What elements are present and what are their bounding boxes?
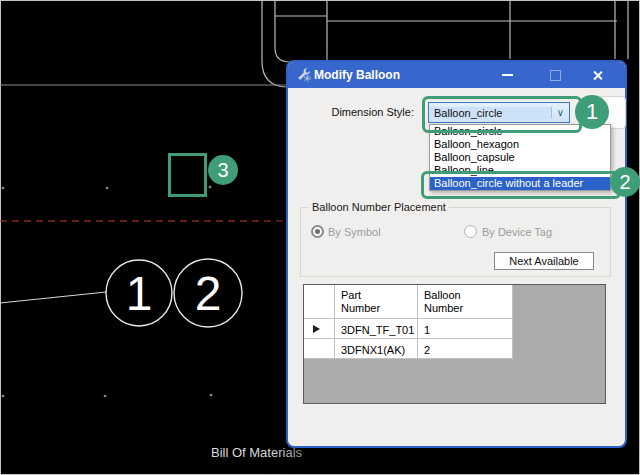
bom-table: Part NumberBalloon Number3DFN_TF_T0113DF… (303, 284, 606, 404)
balloon-number-cell[interactable]: 2 (418, 339, 513, 359)
close-button[interactable] (588, 62, 606, 88)
annotation-box-step2 (421, 171, 621, 199)
balloon-1-number: 1 (126, 267, 153, 320)
bill-of-materials-label: Bill Of Materials (211, 445, 302, 460)
by-symbol-radio[interactable] (311, 225, 324, 238)
table-row[interactable]: 3DFN_TF_T011 (304, 319, 605, 339)
by-device-tag-radio[interactable] (464, 225, 477, 238)
annotation-badge-2: 2 (610, 167, 640, 197)
screenshot-root: 1 2 Bill Of Materials Modify Balloon Dim… (0, 0, 640, 475)
table-corner-cell (304, 285, 335, 319)
annotation-badge-3: 3 (208, 155, 238, 185)
balloon-number-placement-group: Balloon Number Placement By Symbol By De… (300, 207, 611, 277)
balloon-number-cell[interactable]: 1 (418, 319, 513, 339)
dropdown-item[interactable]: Balloon_capsule (430, 151, 610, 164)
dropdown-item[interactable]: Balloon_hexagon (430, 138, 610, 151)
balloon-2-number: 2 (195, 267, 222, 320)
dialog-titlebar[interactable]: Modify Balloon (288, 62, 625, 88)
table-column-header[interactable]: Balloon Number (418, 285, 513, 319)
row-selector-cell[interactable] (304, 339, 335, 359)
part-number-cell[interactable]: 3DFNX1(AK) (335, 339, 418, 359)
current-row-arrow-icon (313, 325, 320, 333)
maximize-icon (550, 70, 561, 81)
minimize-icon (502, 74, 513, 76)
close-icon (592, 70, 603, 81)
highlighted-symbol-square[interactable] (168, 153, 207, 197)
group-label: Balloon Number Placement (309, 201, 449, 213)
wrench-gear-icon (296, 67, 311, 82)
table-column-header[interactable]: Part Number (335, 285, 418, 319)
next-available-button[interactable]: Next Available (494, 252, 594, 270)
maximize-button[interactable] (546, 62, 564, 88)
dialog-title: Modify Balloon (314, 68, 400, 82)
part-number-cell[interactable]: 3DFN_TF_T01 (335, 319, 418, 339)
balloon-leader-line (0, 292, 106, 303)
cad-grid-dots (2, 186, 213, 398)
by-device-tag-label: By Device Tag (482, 226, 552, 238)
row-selector-cell[interactable] (304, 319, 335, 339)
by-symbol-label: By Symbol (328, 226, 381, 238)
annotation-box-step1 (422, 96, 582, 133)
dimension-style-label: Dimension Style: (328, 106, 414, 118)
annotation-badge-1: 1 (575, 95, 609, 129)
cad-rounded-corner-line (275, 0, 290, 62)
table-row[interactable]: 3DFNX1(AK)2 (304, 339, 605, 359)
minimize-button[interactable] (498, 62, 516, 88)
